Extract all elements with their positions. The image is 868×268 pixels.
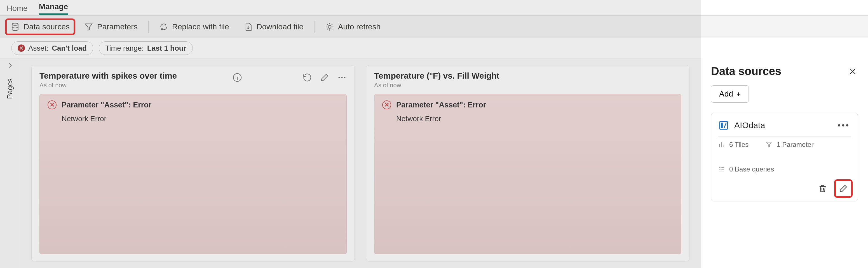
svg-rect-7 <box>721 123 723 128</box>
command-bar: Data sources Parameters Replace with fil… <box>0 16 868 38</box>
list-icon <box>718 166 725 173</box>
stat-tiles-text: 6 Tiles <box>729 141 748 148</box>
tile-subtitle: As of now <box>39 82 232 89</box>
error-panel: ✕ Parameter "Asset": Error Network Error <box>39 94 347 254</box>
filter-chips: ✕ Asset: Can't load Time range: Last 1 h… <box>0 38 868 58</box>
pages-rail-label: Pages <box>6 78 14 99</box>
cmd-auto-refresh[interactable]: Auto refresh <box>321 20 385 34</box>
svg-point-1 <box>328 25 331 28</box>
add-button-label: Add <box>719 90 733 98</box>
refresh-icon[interactable] <box>303 73 312 82</box>
data-source-card: AIOdata ••• 6 Tiles 1 Pa <box>711 113 858 201</box>
database-icon <box>11 22 20 31</box>
auto-refresh-icon <box>325 22 334 31</box>
error-circle-icon: ✕ <box>48 100 57 109</box>
cmd-replace-file[interactable]: Replace with file <box>155 20 233 34</box>
cmd-replace-file-label: Replace with file <box>172 22 229 31</box>
stat-base-queries-text: 0 Base queries <box>729 165 774 173</box>
svg-rect-6 <box>720 122 728 130</box>
error-message: Network Error <box>396 114 673 123</box>
chip-asset-value: Can't load <box>52 44 87 53</box>
top-tabs: Home Manage <box>0 0 868 16</box>
funnel-small-icon <box>765 141 773 148</box>
workspace: Pages Temperature with spikes over time … <box>0 58 701 268</box>
stat-base-queries: 0 Base queries <box>718 165 851 173</box>
chip-time-range[interactable]: Time range: Last 1 hour <box>99 41 193 55</box>
svg-point-4 <box>341 77 342 78</box>
tab-home[interactable]: Home <box>7 1 28 15</box>
download-icon <box>244 22 253 31</box>
edit-data-source-button[interactable] <box>836 181 851 196</box>
tab-manage[interactable]: Manage <box>39 0 68 15</box>
cmd-data-sources-label: Data sources <box>24 22 70 31</box>
error-circle-icon: ✕ <box>382 100 391 109</box>
chip-time-label: Time range: <box>105 44 144 53</box>
error-title: Parameter "Asset": Error <box>62 101 151 109</box>
stat-parameters: 1 Parameter <box>765 141 813 148</box>
tile-title: Temperature (°F) vs. Fill Weight <box>374 71 681 80</box>
data-explorer-icon <box>718 120 729 131</box>
error-title: Parameter "Asset": Error <box>396 101 486 109</box>
chip-asset-label: Asset: <box>28 44 49 53</box>
cmd-parameters[interactable]: Parameters <box>80 20 142 34</box>
svg-point-0 <box>12 23 18 25</box>
bar-chart-icon <box>718 141 725 148</box>
tile-card: Temperature with spikes over time As of … <box>31 65 355 261</box>
cards-area: Temperature with spikes over time As of … <box>20 59 701 268</box>
svg-point-3 <box>339 77 340 78</box>
tile-subtitle: As of now <box>374 82 681 89</box>
replace-file-icon <box>159 22 168 31</box>
plus-icon: + <box>737 90 741 98</box>
error-message: Network Error <box>62 114 339 123</box>
tile-card: Temperature (°F) vs. Fill Weight As of n… <box>366 65 689 261</box>
delete-data-source-button[interactable] <box>815 181 830 196</box>
cmd-download-file[interactable]: Download file <box>240 20 308 34</box>
cmd-auto-refresh-label: Auto refresh <box>338 22 381 31</box>
svg-point-5 <box>344 77 345 78</box>
cmd-parameters-label: Parameters <box>97 22 138 31</box>
more-icon[interactable] <box>337 73 347 82</box>
error-panel: ✕ Parameter "Asset": Error Network Error <box>374 94 681 254</box>
data-source-name: AIOdata <box>734 121 831 130</box>
chip-time-value: Last 1 hour <box>147 44 186 53</box>
error-badge-icon: ✕ <box>18 44 25 52</box>
funnel-icon <box>84 22 93 31</box>
data-source-more-button[interactable]: ••• <box>836 121 851 130</box>
add-data-source-button[interactable]: Add + <box>711 85 749 103</box>
cmd-download-file-label: Download file <box>257 22 304 31</box>
panel-title: Data sources <box>711 65 847 77</box>
tile-title: Temperature with spikes over time <box>39 71 232 80</box>
edit-icon[interactable] <box>320 73 329 82</box>
chip-asset[interactable]: ✕ Asset: Can't load <box>11 41 93 55</box>
separator <box>148 21 149 33</box>
stat-tiles: 6 Tiles <box>718 141 748 148</box>
cmd-data-sources[interactable]: Data sources <box>7 20 73 34</box>
data-sources-panel: Data sources Add + AIOdata ••• <box>701 58 868 268</box>
pages-rail: Pages <box>0 59 20 268</box>
close-panel-button[interactable] <box>847 66 858 77</box>
stat-parameters-text: 1 Parameter <box>776 141 813 148</box>
expand-pages-button[interactable] <box>6 62 14 71</box>
info-icon[interactable] <box>232 73 242 82</box>
